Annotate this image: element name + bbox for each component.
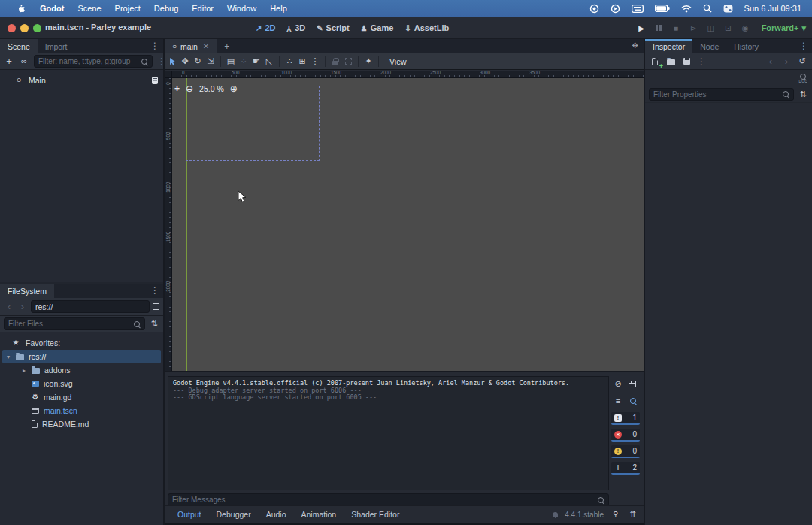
close-scene-tab-icon[interactable]: ✕	[203, 42, 209, 50]
collapse-duplicates-icon[interactable]: ≡	[613, 395, 623, 407]
file-row-res[interactable]: ▾ res://	[2, 350, 161, 363]
zoom-out-button[interactable]: ⊖	[186, 83, 193, 94]
view-menu-button[interactable]: View	[383, 57, 413, 66]
bottom-tab-animation[interactable]: Animation	[294, 510, 344, 519]
play-current-scene-button[interactable]: ◫	[704, 21, 718, 35]
scene-dock-menu-icon[interactable]: ⋮	[150, 41, 159, 50]
2d-viewport[interactable]: 0 500 1000 1500 2000 2500 3000 3500 0 50…	[165, 71, 644, 371]
output-log[interactable]: Godot Engine v4.4.1.stable.official (c) …	[168, 376, 609, 490]
play-custom-scene-button[interactable]: ⊡	[721, 21, 735, 35]
expand-icon[interactable]: ▸	[21, 367, 27, 374]
toggle-split-mode-icon[interactable]	[153, 303, 159, 310]
grid-snap-toggle[interactable]: ⊞	[297, 56, 308, 68]
toggle-warnings-badge[interactable]: ! 0	[611, 445, 640, 458]
menu-debug[interactable]: Debug	[147, 0, 185, 17]
stop-button[interactable]: ■	[669, 21, 683, 35]
engine-version[interactable]: 4.4.1.stable	[565, 511, 604, 519]
menu-project[interactable]: Project	[108, 0, 147, 17]
save-resource-button[interactable]	[681, 56, 692, 68]
workspace-tab-2d[interactable]: ↗2D	[256, 23, 275, 32]
property-tune-icon[interactable]: ⇅	[798, 88, 808, 100]
new-resource-button[interactable]: +	[650, 56, 660, 68]
show-search-icon[interactable]	[628, 395, 638, 407]
pan-tool-button[interactable]: ☛	[251, 56, 262, 68]
tab-history[interactable]: History	[726, 39, 766, 53]
collapse-icon[interactable]: ▾	[5, 354, 11, 360]
resource-menu-icon[interactable]: ⋮	[697, 57, 706, 66]
menu-scene[interactable]: Scene	[71, 0, 108, 17]
minimize-window-button[interactable]	[20, 24, 29, 32]
movie-maker-button[interactable]: ◉	[738, 21, 753, 35]
zoom-in-button[interactable]: ⊕	[230, 83, 238, 94]
bottom-tab-debugger[interactable]: Debugger	[209, 510, 259, 519]
toggle-distraction-free-icon[interactable]: ✥	[632, 42, 638, 50]
workspace-tab-game[interactable]: ♟Game	[361, 23, 394, 32]
scene-tab-main[interactable]: ○ main ✕	[165, 39, 217, 53]
clear-output-icon[interactable]: ⊘	[613, 378, 623, 390]
ruler-tool-button[interactable]: ◺	[264, 56, 274, 68]
bottom-tab-audio[interactable]: Audio	[259, 510, 294, 519]
new-scene-tab-button[interactable]: +	[217, 39, 237, 53]
scene-node-main[interactable]: ○ Main	[0, 73, 163, 87]
workspace-tab-script[interactable]: ✎Script	[317, 23, 350, 32]
group-node-button[interactable]	[343, 56, 353, 68]
wifi-icon[interactable]	[681, 5, 692, 13]
file-row-addons[interactable]: ▸ addons	[0, 363, 163, 377]
scale-tool-button[interactable]: ⇲	[205, 56, 216, 68]
history-forward-icon[interactable]: ›	[781, 56, 792, 68]
lock-node-button[interactable]	[330, 56, 341, 68]
renderer-selector[interactable]: Forward+▾	[762, 23, 806, 33]
load-resource-button[interactable]	[665, 56, 676, 68]
tab-inspector[interactable]: Inspector	[645, 39, 692, 53]
pin-bottom-panel-icon[interactable]: ⚲	[611, 508, 621, 520]
zoom-level[interactable]: 25.0 %	[199, 84, 224, 93]
workspace-tab-3d[interactable]: Y3D	[286, 23, 305, 32]
pivot-tool-button[interactable]: ⁘	[238, 56, 249, 68]
close-window-button[interactable]	[8, 24, 16, 32]
menu-help[interactable]: Help	[263, 0, 294, 17]
remote-deploy-button[interactable]: ⊳	[686, 21, 701, 35]
favorites-row[interactable]: ★ Favorites:	[0, 336, 163, 350]
snap-options-menu-icon[interactable]: ⋮	[310, 56, 320, 68]
toggle-editor-messages-badge[interactable]: i 2	[611, 462, 640, 475]
tab-node[interactable]: Node	[692, 39, 726, 53]
spotlight-search-icon[interactable]	[703, 4, 712, 13]
control-center-icon[interactable]	[723, 5, 733, 13]
add-node-button[interactable]: +	[4, 56, 14, 68]
toggle-messages-badge[interactable]: ! 1	[611, 412, 640, 425]
file-row-main-tscn[interactable]: main.tscn	[0, 404, 163, 417]
inspector-dock-menu-icon[interactable]: ⋮	[799, 41, 808, 50]
history-back-icon[interactable]: ‹	[765, 56, 776, 68]
scene-filter-input[interactable]	[38, 57, 138, 65]
play-button[interactable]: ▶	[635, 21, 649, 35]
menu-window[interactable]: Window	[220, 0, 263, 17]
zoom-window-button[interactable]	[33, 24, 41, 32]
tab-filesystem[interactable]: FileSystem	[0, 284, 54, 298]
smart-snap-toggle[interactable]: ∴	[284, 56, 295, 68]
menu-editor[interactable]: Editor	[185, 0, 220, 17]
skeleton-options-button[interactable]: ✦	[363, 56, 374, 68]
viewport-canvas[interactable]: + ⊖ 25.0 % ⊕	[172, 78, 644, 371]
file-sort-icon[interactable]: ⇅	[149, 318, 159, 330]
file-filter-input[interactable]	[8, 320, 130, 328]
notification-bell-icon[interactable]	[553, 512, 558, 517]
toggle-errors-badge[interactable]: ✕ 0	[611, 429, 640, 442]
tab-import[interactable]: Import	[38, 39, 75, 53]
history-forward-icon[interactable]: ›	[17, 301, 28, 313]
menubar-clock[interactable]: Sun 6 Jul 09:31	[744, 4, 801, 13]
file-row-icon-svg[interactable]: icon.svg	[0, 377, 163, 390]
workspace-tab-assetlib[interactable]: ⇩AssetLib	[404, 23, 449, 32]
history-back-icon[interactable]: ‹	[4, 301, 14, 313]
file-row-readme[interactable]: README.md	[0, 417, 163, 431]
search-docs-button[interactable]: DOC	[799, 73, 808, 83]
select-tool-button[interactable]	[167, 56, 177, 68]
instance-scene-button[interactable]: ∞	[19, 56, 29, 68]
tab-scene[interactable]: Scene	[0, 39, 38, 53]
file-row-main-gd[interactable]: ⚙ main.gd	[0, 390, 163, 404]
screen-record-icon[interactable]	[589, 4, 599, 14]
menu-godot[interactable]: Godot	[33, 0, 71, 17]
copy-output-icon[interactable]	[628, 378, 638, 390]
move-tool-button[interactable]: ✥	[180, 56, 190, 68]
center-view-icon[interactable]: +	[174, 83, 180, 94]
apple-menu[interactable]	[11, 0, 33, 17]
